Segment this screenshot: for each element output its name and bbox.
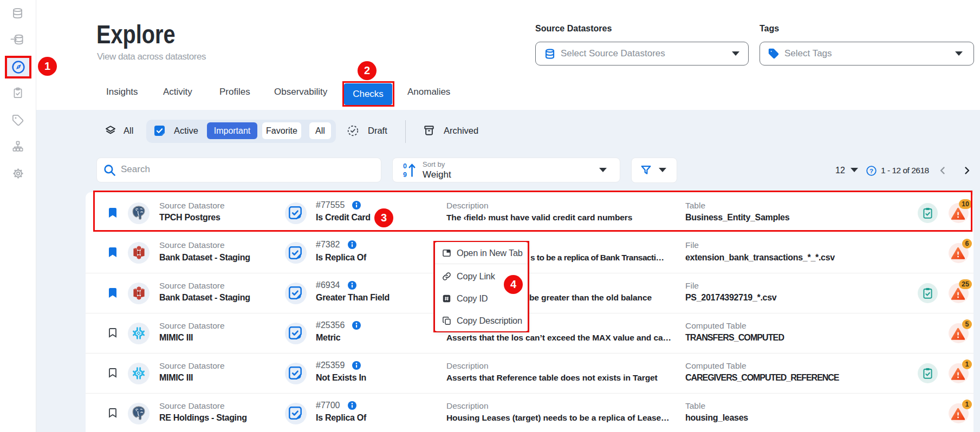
svg-text:9: 9: [403, 171, 407, 179]
svg-text:?: ?: [869, 168, 873, 174]
svg-text:0: 0: [403, 162, 407, 170]
